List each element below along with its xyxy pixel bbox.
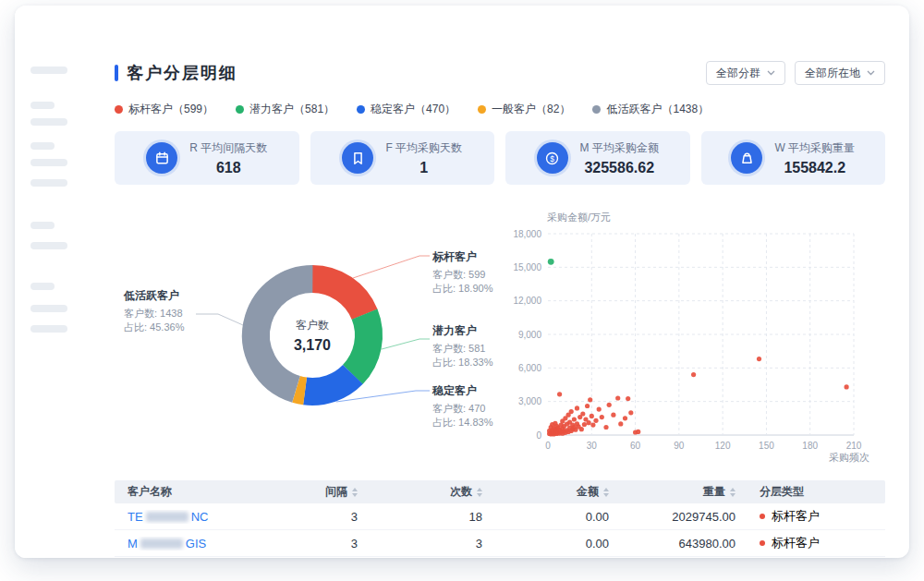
col-header-2[interactable]: 次数 (369, 484, 493, 500)
skeleton-bar (30, 325, 67, 333)
legend-label: 低活跃客户（1438） (606, 102, 709, 117)
scatter-point (587, 420, 591, 425)
stat-label: W 平均采购重量 (774, 140, 855, 156)
col-label: 重量 (703, 484, 725, 500)
scatter-point (615, 395, 620, 400)
charts-section: 客户数 3,170 标杆客户客户数: 599占比: 18.90%潜力客户客户数:… (115, 199, 885, 471)
sort-icon[interactable] (730, 488, 736, 497)
scatter-point (572, 417, 577, 421)
stat-cards: R 平均间隔天数618F 平均采购天数1$M 平均采购金额325586.62W … (115, 131, 885, 185)
donut-chart: 客户数 3,170 (234, 257, 391, 414)
skeleton-bar (30, 242, 67, 249)
skeleton-bar (30, 102, 55, 109)
segment-label: 标杆客户 (772, 535, 820, 551)
scatter-point (611, 413, 615, 418)
cell-segment: 标杆客户 (747, 535, 900, 551)
money-icon: $ (537, 142, 568, 174)
legend-item-0[interactable]: 标杆客户（599） (115, 102, 213, 117)
cell-interval: 3 (244, 510, 369, 524)
scatter-chart: 03,0006,0009,00012,00015,00018,000030609… (506, 206, 902, 474)
name-suffix: NC (191, 510, 209, 524)
app-window: 客户分层明细 全部分群全部所在地 标杆客户（599）潜力客户（581）稳定客户（… (15, 6, 909, 558)
page-header: 客户分层明细 全部分群全部所在地 (115, 57, 885, 89)
legend-dot-icon (236, 105, 244, 114)
sort-icon[interactable] (477, 488, 482, 497)
svg-text:18,000: 18,000 (513, 229, 541, 239)
customer-name-link[interactable]: MGIS (128, 537, 206, 551)
stat-value: 1 (385, 160, 462, 176)
scatter-point (557, 392, 562, 396)
scatter-point (585, 404, 590, 408)
svg-text:采购金额/万元: 采购金额/万元 (547, 212, 611, 223)
scatter-point (618, 421, 623, 426)
scatter-point (845, 384, 849, 389)
legend-label: 标杆客户（599） (128, 102, 213, 117)
col-header-1[interactable]: 间隔 (244, 484, 369, 500)
name-redacted (140, 539, 183, 549)
customer-name-link[interactable]: TENC (128, 510, 208, 524)
stat-info: W 平均采购重量155842.2 (774, 140, 855, 176)
title-accent-bar (115, 65, 118, 81)
cell-amount: 0.00 (493, 537, 620, 551)
svg-text:采购频次: 采购频次 (829, 452, 869, 463)
stat-card-w: W 平均采购重量155842.2 (701, 131, 886, 185)
svg-text:15,000: 15,000 (513, 262, 541, 272)
col-header-5: 分层类型 (747, 484, 900, 500)
stat-card-f: F 平均采购天数1 (310, 131, 495, 185)
table-row[interactable]: TENC3180.002029745.00标杆客户 (115, 503, 885, 530)
filter-select-location[interactable]: 全部所在地 (795, 61, 885, 85)
scatter-point (580, 411, 585, 416)
svg-text:120: 120 (715, 441, 731, 451)
svg-text:$: $ (550, 153, 554, 163)
scatter-point (588, 397, 592, 402)
stat-value: 325586.62 (580, 160, 659, 176)
sort-icon[interactable] (352, 488, 358, 497)
filter-group: 全部分群全部所在地 (706, 61, 885, 85)
weight-icon (731, 142, 762, 174)
scatter-point (626, 396, 630, 401)
callout-title: 低活跃客户 (124, 288, 235, 304)
chevron-down-icon (867, 70, 875, 76)
legend-item-2[interactable]: 稳定客户（470） (357, 102, 456, 117)
callout-count: 客户数: 1438 (124, 307, 235, 321)
stat-info: F 平均采购天数1 (385, 140, 462, 176)
page-title: 客户分层明细 (127, 62, 237, 84)
col-label: 客户名称 (128, 484, 172, 500)
cell-interval: 3 (244, 537, 369, 551)
col-header-3[interactable]: 金额 (493, 484, 620, 500)
stat-label: R 平均间隔天数 (189, 140, 267, 156)
legend-item-4[interactable]: 低活跃客户（1438） (592, 102, 709, 117)
table-row[interactable]: MGIS330.00643980.00标杆客户 (115, 530, 885, 557)
scatter-point (579, 427, 584, 431)
col-label: 分层类型 (760, 484, 804, 500)
scatter-point (691, 372, 696, 377)
legend-label: 潜力客户（581） (249, 102, 334, 117)
legend-label: 一般客户（82） (492, 102, 570, 117)
segment-dot-icon (760, 540, 765, 546)
col-label: 间隔 (325, 484, 347, 500)
scatter-point (603, 425, 608, 430)
sort-icon[interactable] (603, 488, 609, 497)
scatter-point (607, 403, 612, 407)
svg-text:210: 210 (846, 441, 862, 451)
skeleton-bar (30, 118, 67, 126)
stat-info: R 平均间隔天数618 (189, 140, 267, 176)
filter-select-segment-group[interactable]: 全部分群 (706, 61, 785, 85)
svg-text:12,000: 12,000 (513, 296, 541, 306)
svg-text:0: 0 (536, 430, 541, 441)
legend-item-1[interactable]: 潜力客户（581） (236, 102, 334, 117)
scatter-point (636, 430, 640, 434)
legend-dot-icon (357, 105, 365, 114)
cell-weight: 2029745.00 (620, 510, 747, 524)
col-label: 金额 (577, 484, 599, 500)
col-header-4[interactable]: 重量 (620, 484, 747, 500)
stat-info: M 平均采购金额325586.62 (580, 140, 659, 176)
legend-item-3[interactable]: 一般客户（82） (478, 102, 570, 117)
skeleton-bar (30, 159, 67, 166)
cell-weight: 643980.00 (620, 537, 747, 551)
stat-value: 618 (189, 160, 267, 176)
stat-card-m: $M 平均采购金额325586.62 (505, 131, 690, 185)
table-body: TENC3180.002029745.00标杆客户MGIS330.0064398… (115, 503, 885, 557)
svg-text:90: 90 (674, 441, 685, 451)
svg-text:3,000: 3,000 (518, 396, 541, 406)
